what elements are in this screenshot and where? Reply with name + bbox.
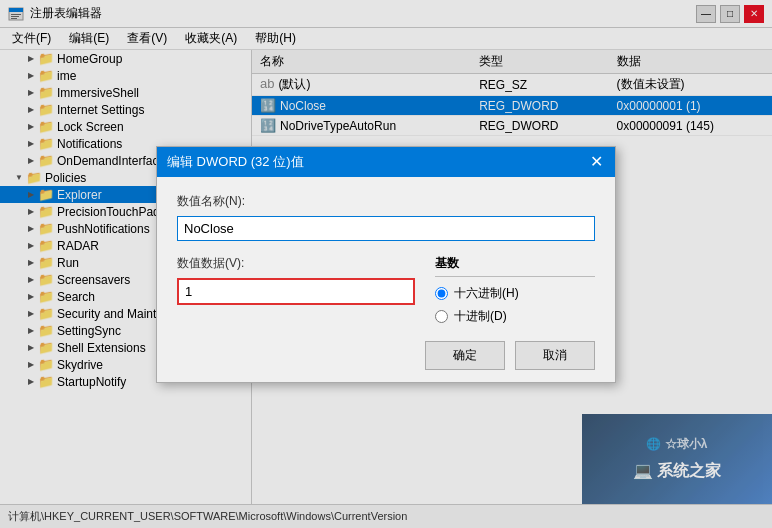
dialog-body: 数值名称(N): 数值数据(V): 基数 十六进制(H) (157, 177, 615, 382)
dialog-title-bar: 编辑 DWORD (32 位)值 ✕ (157, 147, 615, 177)
name-label: 数值名称(N): (177, 193, 595, 210)
dialog-close-button[interactable]: ✕ (588, 154, 605, 170)
cancel-button[interactable]: 取消 (515, 341, 595, 370)
name-input[interactable] (177, 216, 595, 241)
dec-radio-text: 十进制(D) (454, 308, 507, 325)
edit-dword-dialog: 编辑 DWORD (32 位)值 ✕ 数值名称(N): 数值数据(V): 基数 (156, 146, 616, 383)
base-section: 基数 十六进制(H) 十进制(D) (435, 255, 595, 325)
hex-radio[interactable] (435, 287, 448, 300)
dialog-overlay: 编辑 DWORD (32 位)值 ✕ 数值名称(N): 数值数据(V): 基数 (0, 0, 772, 528)
hex-radio-label[interactable]: 十六进制(H) (435, 285, 595, 302)
dec-radio-label[interactable]: 十进制(D) (435, 308, 595, 325)
radio-group: 十六进制(H) 十进制(D) (435, 285, 595, 325)
hex-radio-text: 十六进制(H) (454, 285, 519, 302)
dialog-buttons: 确定 取消 (177, 341, 595, 370)
value-left: 数值数据(V): (177, 255, 415, 325)
base-label: 基数 (435, 255, 595, 277)
dec-radio[interactable] (435, 310, 448, 323)
value-input[interactable] (177, 278, 415, 305)
value-row: 数值数据(V): 基数 十六进制(H) 十进制(D) (177, 255, 595, 325)
ok-button[interactable]: 确定 (425, 341, 505, 370)
value-label: 数值数据(V): (177, 255, 415, 272)
dialog-title: 编辑 DWORD (32 位)值 (167, 153, 304, 171)
